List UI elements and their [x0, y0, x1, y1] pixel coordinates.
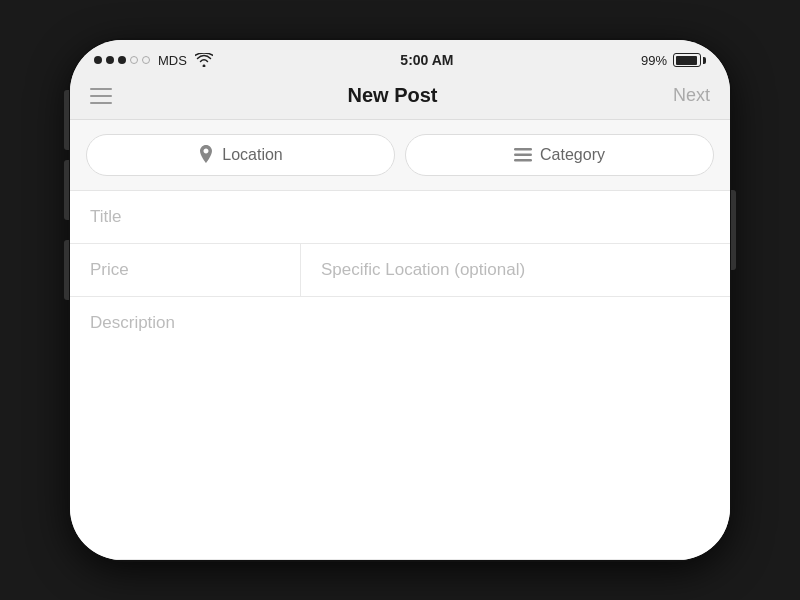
title-field[interactable]: Title — [70, 191, 730, 244]
battery-fill — [676, 56, 698, 65]
battery-tip — [703, 57, 706, 64]
svg-rect-0 — [514, 148, 532, 151]
price-placeholder: Price — [90, 260, 129, 279]
status-right: 99% — [641, 53, 706, 68]
signal-dot-1 — [94, 56, 102, 64]
category-filter-label: Category — [540, 146, 605, 164]
hamburger-line-3 — [90, 102, 112, 104]
battery-body — [673, 53, 701, 67]
location-pin-icon — [198, 145, 214, 165]
menu-button[interactable] — [90, 88, 112, 104]
wifi-icon — [195, 53, 213, 67]
location-filter-label: Location — [222, 146, 283, 164]
signal-dot-5 — [142, 56, 150, 64]
svg-rect-2 — [514, 159, 532, 162]
price-location-row: Price Specific Location (optional) — [70, 244, 730, 297]
category-icon — [514, 148, 532, 162]
description-field[interactable]: Description — [70, 297, 730, 560]
specific-location-field[interactable]: Specific Location (optional) — [301, 244, 730, 296]
description-placeholder: Description — [90, 313, 175, 332]
phone-frame: MDS 5:00 AM 99% — [70, 40, 730, 560]
price-field[interactable]: Price — [70, 244, 301, 296]
signal-dot-2 — [106, 56, 114, 64]
hamburger-line-1 — [90, 88, 112, 90]
category-filter-button[interactable]: Category — [405, 134, 714, 176]
battery-indicator — [673, 53, 706, 67]
carrier-name: MDS — [158, 53, 187, 68]
hamburger-line-2 — [90, 95, 112, 97]
location-filter-button[interactable]: Location — [86, 134, 395, 176]
status-time: 5:00 AM — [400, 52, 453, 68]
next-button[interactable]: Next — [673, 85, 710, 106]
svg-rect-1 — [514, 154, 532, 157]
status-left: MDS — [94, 53, 213, 68]
content-area: Location Category Title Price — [70, 120, 730, 560]
status-bar: MDS 5:00 AM 99% — [70, 40, 730, 76]
battery-percent: 99% — [641, 53, 667, 68]
filters-row: Location Category — [70, 120, 730, 191]
nav-bar: New Post Next — [70, 76, 730, 120]
screen: MDS 5:00 AM 99% — [70, 40, 730, 560]
signal-dot-4 — [130, 56, 138, 64]
signal-dots — [94, 56, 150, 64]
title-placeholder: Title — [90, 207, 122, 226]
page-title: New Post — [347, 84, 437, 107]
signal-dot-3 — [118, 56, 126, 64]
specific-location-placeholder: Specific Location (optional) — [321, 260, 525, 279]
